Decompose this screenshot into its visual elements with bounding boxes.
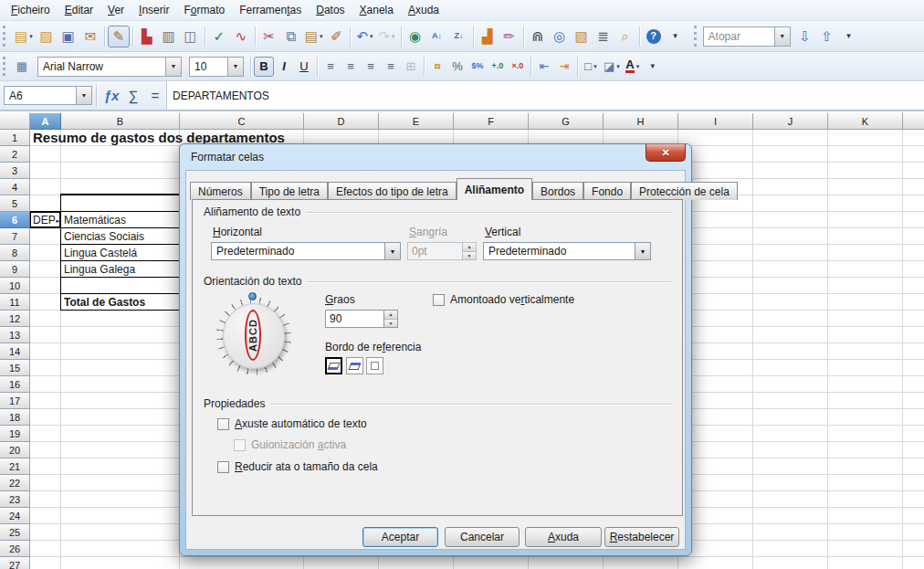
function-wizard-icon[interactable]: ƒx [100,85,122,107]
select-all-corner[interactable] [0,113,30,130]
row-header-4[interactable]: 4 [0,179,30,195]
copy-icon[interactable]: ⧉ [280,26,302,47]
standard-format-icon[interactable]: $% [467,57,488,77]
column-header-F[interactable]: F [454,113,529,130]
row-header-3[interactable]: 3 [0,163,30,179]
formula-icon[interactable]: = [144,85,166,107]
row-header-18[interactable]: 18 [0,409,30,426]
find-input[interactable]: Atopar ▼ [703,26,791,47]
row-header-16[interactable]: 16 [0,376,30,393]
dropdown-arrow-icon[interactable]: ▾ [593,63,597,70]
sort-descending-icon[interactable]: Z↓ [448,26,470,47]
find-dropdown-icon[interactable]: ▼ [774,27,790,46]
delete-decimal-icon[interactable]: ×.0 [508,57,528,77]
save-icon[interactable]: ▣ [58,26,79,47]
rotation-dial[interactable]: ABCD [211,291,295,379]
toolbar-overflow-icon[interactable]: ▾ [665,26,687,47]
column-header-H[interactable]: H [604,113,678,130]
navigator-icon[interactable]: ◎ [549,26,571,47]
shrink-to-fit-checkbox[interactable] [217,461,229,473]
dialog-tab-1[interactable]: Tipo de letra [251,182,328,200]
print-icon[interactable]: ▥ [158,26,180,47]
cut-icon[interactable]: ✂ [258,26,280,47]
cancel-button[interactable]: Cancelar [445,527,520,547]
align-justified-icon[interactable]: ≡ [381,57,401,77]
horizontal-dropdown-icon[interactable]: ▼ [384,243,400,259]
menu-inserir[interactable]: Inserir [131,1,176,19]
dropdown-arrow-icon[interactable]: ▾ [392,33,395,40]
hyperlink-icon[interactable]: ◉ [404,26,426,47]
degrees-spin-up-icon[interactable]: ▲ [384,311,397,320]
dialog-tab-6[interactable]: Protección de cela [631,182,738,200]
dialog-tab-0[interactable]: Números [190,182,251,200]
row-header-22[interactable]: 22 [0,475,30,491]
row-header-20[interactable]: 20 [0,442,30,458]
sum-icon[interactable]: ∑ [122,85,144,107]
column-header-E[interactable]: E [379,113,454,130]
bold-button[interactable]: B [254,57,274,77]
toolbar-overflow-icon[interactable]: ▾ [838,26,860,47]
edit-mode-icon[interactable]: ✎ [108,26,130,47]
paste-icon[interactable]: ▤▾ [302,26,326,47]
dropdown-arrow-icon[interactable]: ▾ [320,33,323,40]
cell[interactable]: Lingua Castelá [64,245,178,261]
vertical-dropdown-icon[interactable]: ▼ [635,243,650,259]
auto-spellcheck-icon[interactable]: ∿ [230,26,252,47]
toolbar-grip[interactable] [694,26,700,47]
row-header-8[interactable]: 8 [0,245,30,261]
row-header-2[interactable]: 2 [0,146,30,163]
font-color-icon[interactable]: A▾ [623,57,643,77]
align-right-icon[interactable]: ≡ [361,57,381,77]
export-pdf-icon[interactable]: ▙ [136,26,158,47]
help-button[interactable]: Axuda [525,527,602,547]
find-replace-icon[interactable]: ⋒ [527,26,549,47]
refedge-inside-button[interactable] [366,357,383,374]
find-previous-icon[interactable]: ⇧ [816,26,838,47]
find-next-icon[interactable]: ⇩ [794,26,816,47]
column-header-J[interactable]: J [753,113,828,130]
menu-ver[interactable]: Ver [100,1,131,19]
column-header-C[interactable]: C [180,113,304,130]
column-header-I[interactable]: I [678,113,753,130]
vertical-select[interactable]: Predeterminado ▼ [483,242,651,260]
increase-indent-icon[interactable]: ⇥ [554,57,574,77]
degrees-spin-down-icon[interactable]: ▼ [384,320,397,328]
close-button[interactable]: ✕ [646,144,686,162]
cell[interactable]: Matemáticas [64,212,178,228]
align-center-icon[interactable]: ≡ [341,57,361,77]
row-header-11[interactable]: 11 [0,294,30,311]
spellcheck-icon[interactable]: ✓ [208,26,230,47]
horizontal-select[interactable]: Predeterminado ▼ [211,242,401,260]
row-header-17[interactable]: 17 [0,393,30,409]
font-name-combo[interactable]: Arial Narrow ▼ [37,57,182,77]
align-left-icon[interactable]: ≡ [320,57,341,77]
font-name-dropdown-icon[interactable]: ▼ [165,58,181,76]
menu-axuda[interactable]: Axuda [401,1,446,19]
reset-button[interactable]: Restabelecer [604,527,679,547]
selected-cell[interactable]: DEP▸ [29,211,61,228]
menu-datos[interactable]: Datos [309,1,352,19]
name-box[interactable]: A6 ▼ [4,86,92,105]
toolbar-grip[interactable] [3,26,9,47]
name-box-dropdown-icon[interactable]: ▼ [76,87,91,104]
new-document-icon[interactable]: ▤▾ [12,26,36,47]
help-icon[interactable]: ? [643,26,665,47]
row-header-1[interactable]: 1 [0,130,30,146]
column-header-K[interactable]: K [828,113,903,130]
row-header-19[interactable]: 19 [0,426,30,442]
font-size-dropdown-icon[interactable]: ▼ [227,58,243,76]
data-sources-icon[interactable]: ≣ [593,26,614,47]
row-header-5[interactable]: 5 [0,195,30,212]
row-header-7[interactable]: 7 [0,228,30,245]
menu-formato[interactable]: Formato [176,1,232,19]
column-header-G[interactable]: G [529,113,604,130]
dialog-tab-5[interactable]: Fondo [583,182,631,200]
stacked-checkbox[interactable] [433,294,445,306]
row-header-26[interactable]: 26 [0,541,30,557]
degrees-spinner[interactable]: 90 ▲▼ [325,310,398,328]
menu-editar[interactable]: Editar [58,1,100,19]
font-size-combo[interactable]: 10 ▼ [189,57,244,77]
background-color-icon[interactable]: ◪▾ [601,57,623,77]
row-header-10[interactable]: 10 [0,278,30,294]
row-header-15[interactable]: 15 [0,360,30,376]
